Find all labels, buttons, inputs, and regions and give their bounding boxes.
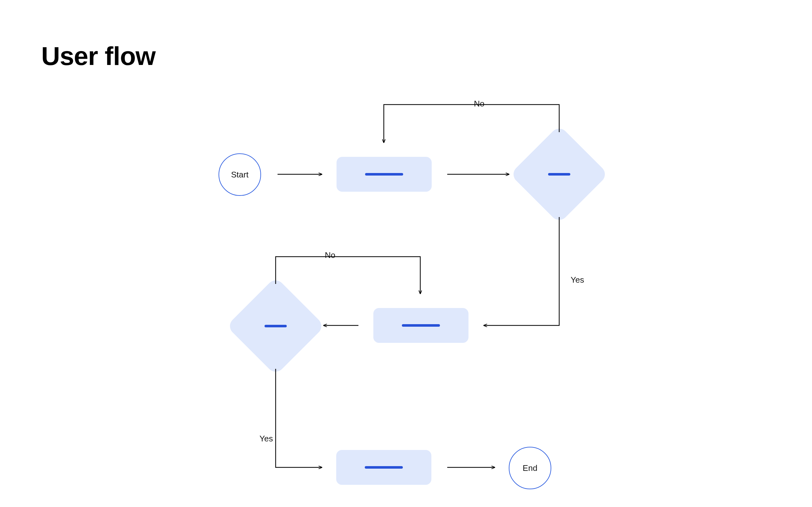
edge-label-no-1: No [472, 99, 486, 109]
process-bar-icon [365, 173, 403, 176]
flowchart-canvas: Start End No Yes No Yes [0, 0, 812, 507]
arrows-layer [0, 0, 812, 507]
decision-1 [524, 139, 594, 209]
decision-2 [241, 291, 310, 361]
process-bar-icon [402, 324, 440, 327]
arrow-decision2-no [275, 257, 420, 294]
end-node: End [509, 447, 551, 489]
edge-label-yes-1: Yes [569, 275, 586, 285]
edge-label-yes-2: Yes [258, 434, 275, 444]
edge-label-no-2: No [323, 250, 337, 260]
process-1 [337, 157, 432, 192]
process-3 [336, 450, 432, 485]
process-2 [373, 308, 468, 343]
start-node: Start [218, 153, 261, 196]
end-label: End [523, 463, 537, 473]
arrow-decision1-yes [484, 217, 559, 326]
arrow-decision1-no [384, 105, 559, 143]
arrow-decision2-yes [275, 369, 322, 467]
decision-bar-icon [264, 325, 287, 327]
process-bar-icon [365, 466, 403, 469]
start-label: Start [231, 170, 249, 180]
decision-bar-icon [548, 173, 570, 176]
